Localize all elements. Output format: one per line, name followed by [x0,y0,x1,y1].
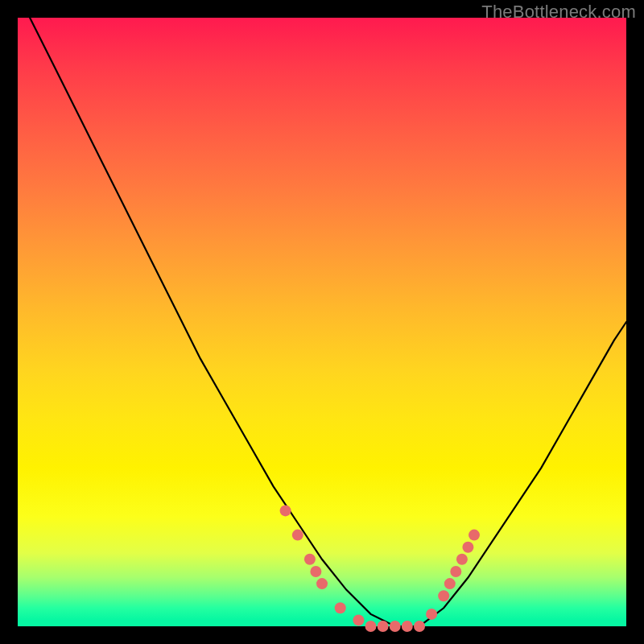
sample-point [444,578,456,589]
sample-point [335,602,346,613]
sample-point [378,621,389,632]
sample-point [292,530,303,541]
sample-point [310,566,321,577]
sample-point [316,578,328,589]
sample-point [469,530,480,541]
sample-point [450,566,461,577]
chart-frame: TheBottleneck.com [0,0,644,644]
sample-point [426,609,437,620]
curve-layer [18,18,626,626]
watermark-text: TheBottleneck.com [481,2,636,23]
bottleneck-curve [30,18,626,626]
sample-markers [280,505,480,632]
sample-point [304,554,316,565]
sample-point [365,621,377,632]
sample-point [402,621,413,632]
sample-point [462,542,473,553]
sample-point [414,621,425,632]
sample-point [438,590,449,601]
sample-point [280,505,291,516]
plot-area [18,18,626,626]
sample-point [456,554,468,565]
sample-point [390,621,401,632]
sample-point [353,614,364,625]
